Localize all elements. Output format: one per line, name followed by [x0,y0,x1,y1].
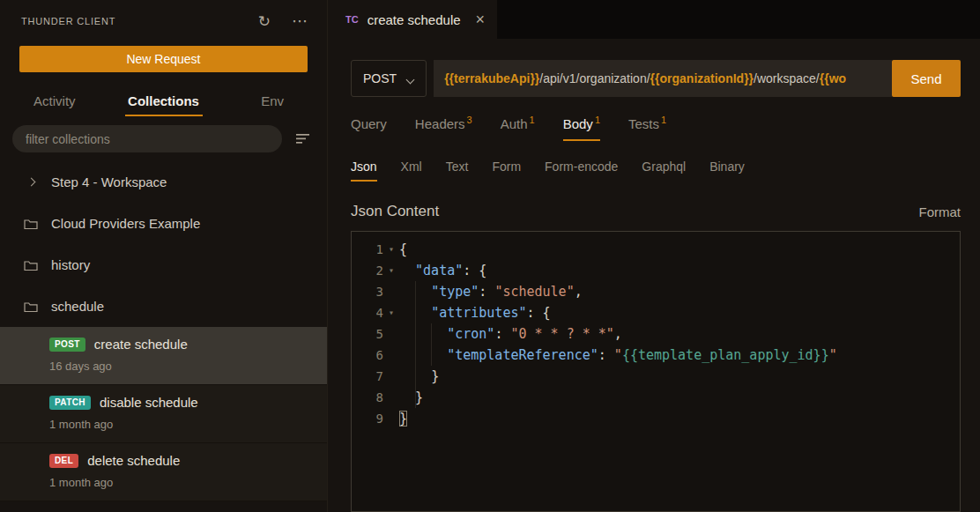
line-number: 2 [352,260,383,281]
code-line: 6 "templateReference": "{{template_plan_… [352,345,960,366]
fold-gutter [383,408,399,429]
fold-gutter [383,366,399,387]
request-tab-body[interactable]: Body1 [563,116,600,141]
thunder-client-logo-icon: TC [345,14,359,25]
line-number: 8 [352,387,383,408]
line-number: 9 [352,408,383,429]
folder-icon [23,218,39,230]
line-number: 4 [352,302,383,323]
sidebar-tabs: ActivityCollectionsEnv [0,85,327,119]
body-tab-json[interactable]: Json [351,160,377,182]
method-badge: PATCH [49,396,91,410]
body-tab-form[interactable]: Form [492,160,521,182]
request-tab-label: Headers [415,116,465,131]
folder-label: Cloud Providers Example [51,216,200,231]
folder-icon [23,259,39,271]
sidebar-tab-env[interactable]: Env [218,85,327,119]
body-tab-form-encode[interactable]: Form-encode [545,160,618,182]
code-line: 8 } [352,387,960,408]
code-line: 7 } [352,366,960,387]
body-tab-text[interactable]: Text [446,160,469,182]
editor-tabstrip: TC create schedule × [328,0,980,39]
editor-tab-create-schedule[interactable]: TC create schedule × [328,0,497,39]
folder-item-step-4-workspace[interactable]: Step 4 - Workspace [0,161,327,203]
main-area: TC create schedule × POST {{terrakubeApi… [328,0,980,512]
request-tab-auth[interactable]: Auth1 [501,116,535,141]
sidebar-tab-collections[interactable]: Collections [109,85,219,119]
send-button[interactable]: Send [892,60,961,97]
tab-count-badge: 3 [467,115,472,125]
request-line: POSTcreate schedule [49,337,327,352]
request-tab-headers[interactable]: Headers3 [415,116,472,141]
code-text: } [399,387,423,408]
method-badge: DEL [49,454,78,468]
format-button[interactable]: Format [918,204,961,219]
request-tabs: QueryHeaders3Auth1Body1Tests1 [351,116,961,141]
more-menu-icon[interactable]: ⋯ [292,11,308,31]
filter-collections-input[interactable] [12,125,282,152]
new-request-button[interactable]: New Request [19,46,308,72]
folder-icon [23,301,39,313]
code-line: 5 "cron": "0 * * ? * *", [352,323,960,345]
fold-icon[interactable]: ▾ [383,260,399,281]
request-name: create schedule [94,337,188,352]
code-line: 9} [352,408,960,429]
tab-count-badge: 1 [530,115,535,125]
fold-gutter [383,345,399,366]
request-tab-label: Body [563,116,593,131]
body-tab-graphql[interactable]: Graphql [642,160,686,182]
folder-label: schedule [51,299,104,314]
request-time: 16 days ago [49,360,327,373]
line-number: 5 [352,323,383,345]
url-segment: {{wo [820,71,846,85]
request-time: 1 month ago [49,418,327,431]
folder-item-history[interactable]: history [0,244,327,286]
code-line: 1▾{ [352,239,960,260]
collections-list: Step 4 - WorkspaceCloud Providers Exampl… [0,161,327,512]
line-number: 7 [352,366,383,387]
line-number: 3 [352,281,383,302]
url-segment: {{terrakubeApi}} [444,71,539,85]
close-tab-icon[interactable]: × [475,11,485,27]
code-line: 3 "type": "schedule", [352,281,960,302]
request-tab-label: Query [351,116,387,131]
code-line: 4▾ "attributes": { [352,302,960,323]
tab-title: create schedule [368,12,467,27]
request-item-create-schedule[interactable]: POSTcreate schedule16 days ago [0,327,327,385]
filter-row [0,119,327,161]
folder-item-cloud-providers-example[interactable]: Cloud Providers Example [0,203,327,244]
request-item-delete-schedule[interactable]: DELdelete schedule1 month ago [0,443,327,501]
json-editor[interactable]: 1▾{2▾ "data": {3 "type": "schedule",4▾ "… [351,231,961,512]
line-number: 6 [352,345,383,366]
body-tab-binary[interactable]: Binary [709,160,745,182]
code-text: "templateReference": "{{template_plan_ap… [399,345,837,366]
request-time: 1 month ago [49,476,327,489]
request-line: PATCHdisable schedule [49,395,327,410]
url-input[interactable]: {{terrakubeApi}}/api/v1/organization/{{o… [434,60,892,97]
request-name: disable schedule [100,395,198,410]
code-text: "cron": "0 * * ? * *", [399,323,622,345]
fold-gutter [383,281,399,302]
body-tab-xml[interactable]: Xml [401,160,422,182]
fold-icon[interactable]: ▾ [383,302,399,323]
tab-count-badge: 1 [595,115,600,125]
sidebar: THUNDER CLIENT ↻ ⋯ New Request ActivityC… [0,0,328,512]
request-item-disable-schedule[interactable]: PATCHdisable schedule1 month ago [0,385,327,443]
folder-item-schedule[interactable]: schedule [0,286,327,327]
method-badge: POST [49,338,85,352]
fold-gutter [383,323,399,345]
code-text: "type": "schedule", [399,281,583,302]
method-select[interactable]: POST [351,60,427,97]
request-tab-tests[interactable]: Tests1 [628,116,666,141]
sort-icon[interactable] [296,133,311,145]
body-type-tabs: JsonXmlTextFormForm-encodeGraphqlBinary [351,160,961,182]
request-tab-query[interactable]: Query [351,116,387,141]
request-panel: POST {{terrakubeApi}}/api/v1/organizatio… [328,39,980,512]
refresh-icon[interactable]: ↻ [258,12,271,31]
folder-label: Step 4 - Workspace [51,174,167,189]
line-number: 1 [352,239,383,260]
thunder-client-app: THUNDER CLIENT ↻ ⋯ New Request ActivityC… [0,0,980,512]
request-bar: POST {{terrakubeApi}}/api/v1/organizatio… [351,60,961,97]
sidebar-tab-activity[interactable]: Activity [0,85,109,119]
fold-icon[interactable]: ▾ [383,239,399,260]
